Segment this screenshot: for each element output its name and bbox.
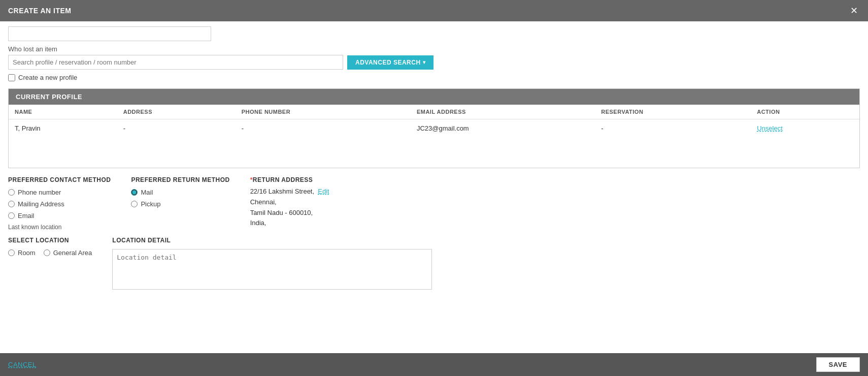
table-row: T, Pravin - - JC23@gmail.com - Unselect — [9, 119, 859, 138]
col-action: ACTION — [751, 105, 859, 119]
advanced-search-button[interactable]: ADVANCED SEARCH ▾ — [347, 55, 433, 70]
modal-title: CREATE AN ITEM — [8, 7, 71, 15]
general-area-radio[interactable] — [44, 249, 50, 256]
mail-label: Mail — [141, 189, 153, 196]
location-detail-textarea[interactable] — [112, 249, 432, 290]
cell-address: - — [117, 119, 236, 138]
general-area-radio-option: General Area — [44, 249, 92, 257]
who-lost-section: Who lost an item ADVANCED SEARCH ▾ — [8, 45, 860, 70]
create-profile-row: Create a new profile — [8, 74, 860, 81]
modal-body: Who lost an item ADVANCED SEARCH ▾ Creat… — [0, 21, 868, 353]
col-name: NAME — [9, 105, 117, 119]
location-detail-section: LOCATION DETAIL — [112, 237, 860, 291]
address-line-1: 22/16 Lakshmi Street, Edit — [250, 186, 377, 197]
location-detail-label: LOCATION DETAIL — [112, 237, 860, 244]
contact-method-section: PREFERRED CONTACT METHOD Phone number Ma… — [8, 176, 111, 231]
address-line-3: Tamil Nadu - 600010, — [250, 208, 377, 218]
room-radio-option: Room — [8, 249, 36, 257]
advanced-search-label: ADVANCED SEARCH — [355, 59, 421, 66]
cancel-button[interactable]: CANCEL — [8, 361, 37, 368]
general-area-label: General Area — [53, 249, 92, 257]
email-radio[interactable] — [8, 212, 15, 219]
save-button[interactable]: SAVE — [816, 357, 860, 372]
asterisk: * — [250, 176, 253, 183]
col-phone: PHONE NUMBER — [236, 105, 411, 119]
mailing-radio-option: Mailing Address — [8, 200, 111, 208]
edit-address-button[interactable]: Edit — [318, 187, 329, 195]
room-radio[interactable] — [8, 249, 15, 256]
phone-radio-option: Phone number — [8, 189, 111, 196]
cell-name: T, Pravin — [9, 119, 117, 138]
close-button[interactable]: ✕ — [848, 5, 860, 16]
top-input[interactable] — [8, 26, 211, 41]
address-line-2: Chennai, — [250, 197, 377, 208]
select-location-options: Room General Area — [8, 249, 92, 261]
return-method-label: PREFERRED RETURN METHOD — [131, 176, 229, 183]
cell-phone: - — [236, 119, 411, 138]
return-method-section: PREFERRED RETURN METHOD Mail Pickup — [131, 176, 229, 212]
location-row: SELECT LOCATION Room General Area LOCATI… — [8, 237, 860, 291]
create-profile-checkbox[interactable] — [8, 74, 15, 81]
room-label: Room — [18, 249, 36, 257]
col-reservation: RESERVATION — [595, 105, 751, 119]
email-label: Email — [18, 212, 35, 220]
search-row: ADVANCED SEARCH ▾ — [8, 55, 860, 70]
col-email: EMAIL ADDRESS — [411, 105, 595, 119]
advanced-search-caret: ▾ — [423, 59, 426, 65]
contact-method-label: PREFERRED CONTACT METHOD — [8, 176, 111, 183]
cell-email: JC23@gmail.com — [411, 119, 595, 138]
mail-radio-option: Mail — [131, 189, 229, 196]
mail-radio[interactable] — [131, 189, 138, 196]
pickup-radio-option: Pickup — [131, 200, 229, 208]
email-radio-option: Email — [8, 212, 111, 220]
select-location-label: SELECT LOCATION — [8, 237, 92, 244]
modal-footer: CANCEL SAVE — [0, 353, 868, 376]
cell-reservation: - — [595, 119, 751, 138]
current-profile-header: CURRENT PROFILE — [9, 89, 859, 105]
last-known-location-label: Last known location — [8, 224, 111, 231]
address-line-4: India, — [250, 218, 377, 229]
bottom-row: PREFERRED CONTACT METHOD Phone number Ma… — [8, 176, 860, 231]
modal-header: CREATE AN ITEM ✕ — [0, 0, 868, 21]
return-address-label: *RETURN ADDRESS — [250, 176, 377, 183]
col-address: ADDRESS — [117, 105, 236, 119]
mailing-label: Mailing Address — [18, 200, 64, 208]
mailing-radio[interactable] — [8, 201, 15, 207]
who-lost-label: Who lost an item — [8, 45, 860, 53]
create-profile-label: Create a new profile — [18, 74, 77, 81]
create-item-modal: CREATE AN ITEM ✕ Who lost an item ADVANC… — [0, 0, 868, 376]
return-address-section: *RETURN ADDRESS 22/16 Lakshmi Street, Ed… — [250, 176, 377, 229]
cell-action: Unselect — [751, 119, 859, 138]
phone-radio[interactable] — [8, 189, 15, 196]
current-profile-section: CURRENT PROFILE NAME ADDRESS PHONE NUMBE… — [8, 88, 860, 168]
phone-label: Phone number — [18, 189, 61, 196]
unselect-button[interactable]: Unselect — [757, 124, 783, 132]
pickup-label: Pickup — [141, 200, 160, 208]
profile-table: NAME ADDRESS PHONE NUMBER EMAIL ADDRESS … — [9, 105, 859, 137]
top-search-bar — [8, 26, 860, 41]
select-location-section: SELECT LOCATION Room General Area — [8, 237, 92, 261]
pickup-radio[interactable] — [131, 201, 138, 207]
search-profile-input[interactable] — [8, 55, 343, 70]
